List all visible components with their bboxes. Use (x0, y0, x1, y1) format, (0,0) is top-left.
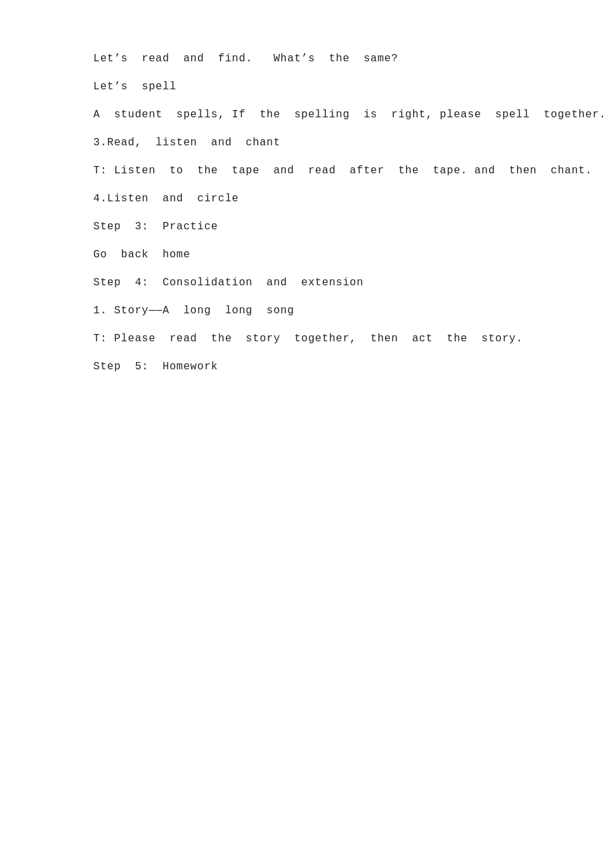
line5: T: Listen to the tape and read after the… (93, 165, 520, 176)
line11: T: Please read the story together, then … (93, 333, 520, 344)
line3: A student spells, If the spelling is rig… (93, 109, 520, 120)
line10: 1. Story——A long long song (93, 305, 520, 316)
line1: Let’s read and find. What’s the same? (93, 53, 520, 64)
page-content: Let’s read and find. What’s the same?Let… (0, 0, 613, 443)
line6: 4.Listen and circle (93, 193, 520, 204)
line9: Step 4: Consolidation and extension (93, 277, 520, 288)
line8: Go back home (93, 249, 520, 260)
line7: Step 3: Practice (93, 221, 520, 232)
line2: Let’s spell (93, 81, 520, 92)
line4: 3.Read, listen and chant (93, 137, 520, 148)
line12: Step 5: Homework (93, 361, 520, 372)
